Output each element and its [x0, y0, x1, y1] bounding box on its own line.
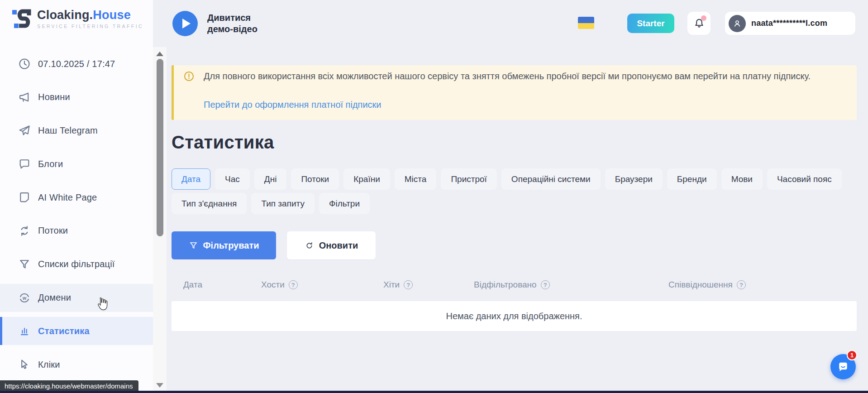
sidebar-item-date[interactable]: 07.10.2025 / 17:47 — [0, 50, 153, 78]
tab-timezone[interactable]: Часовий пояс — [767, 168, 842, 190]
funnel-icon — [189, 241, 198, 250]
refresh-button-label: Оновити — [319, 240, 358, 251]
notifications-button[interactable] — [687, 12, 711, 35]
tab-streams[interactable]: Потоки — [291, 168, 339, 190]
stats-filter-tabs: Дата Час Дні Потоки Країни Міста Пристро… — [172, 168, 859, 214]
play-icon — [182, 19, 191, 29]
column-header-ratio: Співвідношення ? — [668, 280, 857, 290]
sidebar-scrollbar[interactable] — [153, 47, 167, 391]
page-title: Статистика — [172, 132, 274, 153]
logo-tagline: SERVICE FILTERING TRAFFIC — [37, 24, 143, 29]
table-empty-state: Немає даних для відображення. — [172, 301, 857, 331]
sidebar: Cloaking.House SERVICE FILTERING TRAFFIC… — [0, 0, 153, 393]
chat-messenger-icon — [836, 360, 850, 374]
banner-message: Для повного використання всіх можливосте… — [204, 71, 824, 81]
column-label: Дата — [183, 280, 202, 290]
sidebar-item-label: AI White Page — [38, 192, 97, 203]
sidebar-item-label: Кліки — [38, 359, 60, 370]
tab-days[interactable]: Дні — [254, 168, 287, 190]
sidebar-item-statistics[interactable]: Статистика — [0, 317, 153, 345]
tab-brands[interactable]: Бренди — [667, 168, 717, 190]
funnel-icon — [18, 258, 31, 271]
clock-icon — [18, 58, 31, 70]
sidebar-item-news[interactable]: Новини — [0, 83, 153, 111]
chat-bubble-icon — [18, 158, 31, 170]
tab-operating-systems[interactable]: Операційні системи — [501, 168, 601, 190]
sidebar-item-label: Блоги — [38, 159, 63, 169]
demo-video-play-button[interactable] — [172, 11, 198, 36]
hand-cursor — [95, 297, 109, 312]
sidebar-menu: 07.10.2025 / 17:47 Новини Наш Telegram Б… — [0, 50, 153, 384]
tab-devices[interactable]: Пристрої — [441, 168, 496, 190]
language-flag-ukraine[interactable] — [578, 17, 594, 29]
help-icon[interactable]: ? — [541, 280, 550, 289]
sidebar-item-streams[interactable]: Потоки — [0, 217, 153, 245]
tab-countries[interactable]: Країни — [343, 168, 390, 190]
sidebar-item-domains[interactable]: w Домени — [0, 284, 153, 312]
sidebar-item-label: Новини — [38, 92, 70, 102]
sidebar-item-filter-lists[interactable]: Списки фільтрації — [0, 250, 153, 278]
user-email: naata**********l.com — [751, 19, 827, 28]
svg-text:w: w — [22, 295, 27, 301]
tab-cities[interactable]: Міста — [395, 168, 437, 190]
help-icon[interactable]: ? — [289, 280, 298, 289]
plan-badge-button[interactable]: Starter — [627, 14, 674, 33]
tab-date[interactable]: Дата — [172, 168, 210, 190]
column-label: Відфільтровано — [474, 280, 537, 290]
filter-button-label: Фільтрувати — [203, 240, 259, 251]
sync-arrows-icon — [18, 225, 31, 237]
tab-languages[interactable]: Мови — [721, 168, 763, 190]
sidebar-item-label: Статистика — [38, 326, 90, 336]
help-icon[interactable]: ? — [737, 280, 746, 289]
column-header-date: Дата — [183, 280, 261, 290]
user-account-menu[interactable]: naata**********l.com — [725, 12, 855, 35]
notification-dot — [701, 15, 706, 21]
column-header-hosts: Хости ? — [261, 280, 383, 290]
logo-title-primary: Cloaking. — [37, 8, 93, 22]
sidebar-item-label: Домени — [38, 292, 71, 303]
logo[interactable]: Cloaking.House SERVICE FILTERING TRAFFIC — [11, 7, 143, 30]
tab-time[interactable]: Час — [215, 168, 250, 190]
warning-icon — [184, 71, 194, 81]
refresh-button[interactable]: Оновити — [287, 231, 376, 259]
tab-connection-type[interactable]: Тип з'єднання — [172, 193, 247, 214]
column-label: Хости — [261, 280, 285, 290]
bar-chart-icon — [18, 325, 31, 337]
megaphone-icon — [18, 91, 31, 104]
window-bottom-edge — [0, 391, 868, 393]
person-icon — [732, 18, 743, 29]
upgrade-subscription-link[interactable]: Перейти до оформлення платної підписки — [204, 100, 382, 110]
scroll-thumb[interactable] — [157, 59, 163, 236]
sidebar-item-telegram[interactable]: Наш Telegram — [0, 117, 153, 145]
logo-icon — [11, 7, 32, 30]
scroll-down-arrow[interactable] — [156, 383, 163, 388]
paper-plane-icon — [18, 125, 31, 137]
refresh-icon — [305, 241, 314, 250]
page-icon — [18, 191, 31, 204]
cursor-icon — [18, 358, 31, 371]
sidebar-item-blogs[interactable]: Блоги — [0, 150, 153, 178]
globe-w-icon: w — [18, 292, 31, 304]
sidebar-item-clicks[interactable]: Кліки — [0, 350, 153, 379]
sidebar-item-label: Потоки — [38, 225, 68, 236]
column-header-filtered: Відфільтровано ? — [474, 280, 668, 290]
column-label: Співвідношення — [668, 280, 733, 290]
stats-table-header: Дата Хости ? Хіти ? Відфільтровано ? Спі… — [172, 275, 857, 295]
avatar — [729, 15, 746, 32]
column-label: Хіти — [383, 280, 400, 290]
filter-button[interactable]: Фільтрувати — [172, 231, 276, 259]
flag-blue-stripe — [578, 17, 594, 23]
tab-filters[interactable]: Фільтри — [319, 193, 370, 214]
help-icon[interactable]: ? — [404, 280, 413, 289]
logo-title: Cloaking.House — [37, 8, 143, 22]
sidebar-item-ai-white-page[interactable]: AI White Page — [0, 183, 153, 211]
logo-title-accent: House — [93, 8, 131, 22]
sidebar-item-label: Наш Telegram — [38, 125, 98, 136]
column-header-hits: Хіти ? — [383, 280, 474, 290]
sidebar-item-label: 07.10.2025 / 17:47 — [38, 59, 115, 69]
scroll-up-arrow[interactable] — [156, 52, 163, 56]
tab-request-type[interactable]: Тип запиту — [251, 193, 315, 214]
flag-yellow-stripe — [578, 23, 594, 29]
tab-browsers[interactable]: Браузери — [605, 168, 663, 190]
demo-video-label[interactable]: Дивитися демо-відео — [207, 12, 275, 35]
